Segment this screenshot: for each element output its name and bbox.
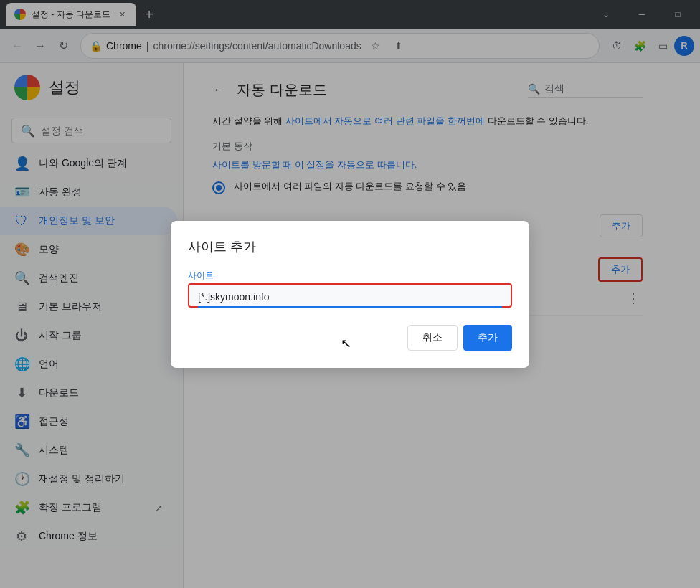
add-confirm-button[interactable]: 추가 <box>463 325 512 351</box>
cancel-button[interactable]: 취소 <box>407 325 458 351</box>
dialog-actions: 취소 추가 <box>188 325 512 351</box>
add-site-dialog: 사이트 추가 사이트 취소 추가 <box>171 221 529 368</box>
dialog-overlay: 사이트 추가 사이트 취소 추가 <box>0 0 700 588</box>
dialog-input-wrapper <box>188 283 512 308</box>
dialog-title: 사이트 추가 <box>188 238 512 255</box>
site-input[interactable] <box>198 291 502 303</box>
dialog-field-label: 사이트 <box>188 270 512 282</box>
dialog-underline <box>198 306 502 308</box>
dialog-field: 사이트 <box>188 270 512 308</box>
